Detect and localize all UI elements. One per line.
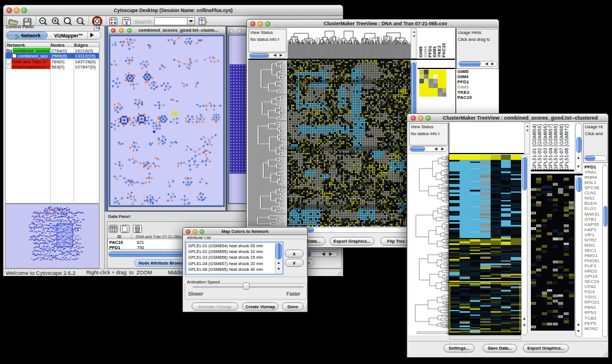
svg-text:1:1: 1:1 <box>78 19 82 22</box>
